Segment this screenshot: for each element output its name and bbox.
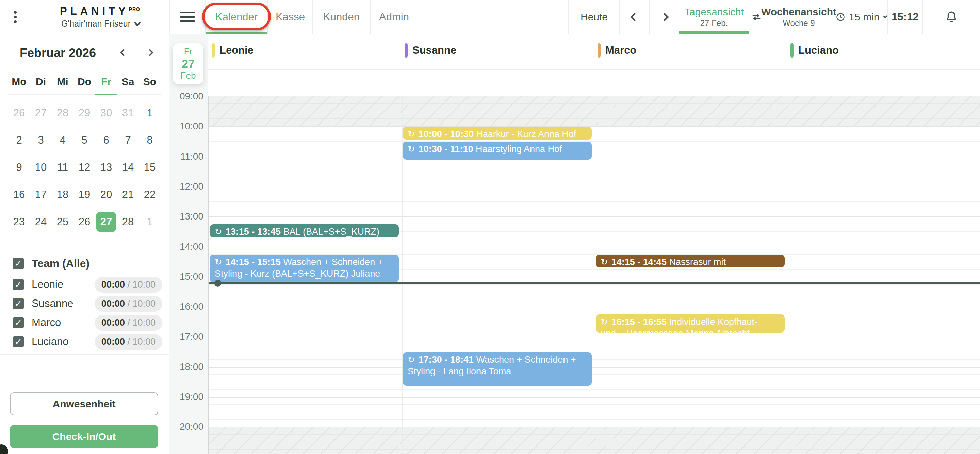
mini-calendar-next-button[interactable] xyxy=(147,50,153,56)
checkbox-checked-icon[interactable]: ✓ xyxy=(13,298,24,309)
mini-calendar-day[interactable]: 28 xyxy=(117,208,139,236)
mini-calendar-day[interactable]: 4 xyxy=(52,127,73,154)
check-in-out-button[interactable]: Check-In/Out xyxy=(10,425,158,448)
mini-calendar-day[interactable]: 21 xyxy=(117,181,139,208)
mini-calendar-week-row: 16171819202122 xyxy=(8,181,161,208)
mini-calendar-day[interactable]: 23 xyxy=(8,208,30,236)
mini-calendar-day[interactable]: 15 xyxy=(139,154,161,181)
checkbox-checked-icon[interactable]: ✓ xyxy=(13,258,24,269)
mini-calendar-day[interactable]: 2 xyxy=(8,127,30,154)
mini-calendar-day[interactable]: 11 xyxy=(52,154,73,181)
more-menu-button[interactable] xyxy=(0,0,30,34)
mini-calendar-day[interactable]: 20 xyxy=(95,181,117,208)
prev-day-button[interactable] xyxy=(619,0,649,34)
event[interactable]: ↻10:30 - 11:10 Haarstyling Anna Hof xyxy=(403,142,592,159)
mini-calendar-day[interactable]: 5 xyxy=(73,127,95,154)
team-member-row[interactable]: ✓Marco00:00 / 10:00 xyxy=(13,313,162,332)
notifications-button[interactable] xyxy=(922,0,980,34)
mini-calendar-day-number: 15 xyxy=(140,157,160,178)
mini-calendar-day[interactable]: 14 xyxy=(117,154,139,181)
tab-kasse[interactable]: Kasse xyxy=(268,0,313,34)
tab-kalender[interactable]: Kalender xyxy=(205,0,268,34)
checkbox-checked-icon[interactable]: ✓ xyxy=(13,279,24,290)
mini-calendar-day-number: 9 xyxy=(9,157,29,178)
today-button[interactable]: Heute xyxy=(568,0,619,34)
team-all-row[interactable]: ✓Team (Alle) xyxy=(13,254,162,273)
column-separator xyxy=(402,96,402,454)
event[interactable]: ↻14:15 - 15:15 Waschen + Schneiden + Sty… xyxy=(210,255,399,282)
next-day-button[interactable] xyxy=(649,0,679,34)
mini-calendar-day[interactable]: 6 xyxy=(95,127,117,154)
mini-calendar-day-number: 1 xyxy=(140,103,160,123)
hour-label: 13:00 xyxy=(169,211,204,222)
event[interactable]: ↻17:30 - 18:41 Waschen + Schneiden + Sty… xyxy=(403,352,592,386)
checkbox-checked-icon[interactable]: ✓ xyxy=(13,317,24,328)
column-separator xyxy=(788,96,788,454)
mini-calendar-title: Februar 2026 xyxy=(20,46,96,60)
mini-calendar-day[interactable]: 18 xyxy=(52,181,73,208)
team-filter-list: ✓Team (Alle)✓Leonie00:00 / 10:00✓Susanne… xyxy=(13,254,162,351)
column-header-leonie[interactable]: Leonie xyxy=(212,43,253,57)
date-badge[interactable]: Fr 27 Feb xyxy=(173,43,204,84)
mini-calendar-day[interactable]: 13 xyxy=(95,154,117,181)
tab-day-view[interactable]: Tagesansicht 27 Feb. xyxy=(679,0,749,34)
mini-calendar-day[interactable]: 16 xyxy=(8,181,30,208)
team-member-row[interactable]: ✓Susanne00:00 / 10:00 xyxy=(13,294,162,313)
day-grid[interactable]: ↻10:00 - 10:30 Haarkur - Kurz Anna Hof↻1… xyxy=(208,96,980,454)
mini-calendar-day[interactable]: 3 xyxy=(30,127,52,154)
mini-calendar-day[interactable]: 19 xyxy=(73,181,95,208)
mini-calendar-day-number: 14 xyxy=(118,157,138,178)
mini-calendar-day[interactable]: 31 xyxy=(117,99,139,127)
mini-calendar-day[interactable]: 8 xyxy=(139,127,161,154)
tab-admin[interactable]: Admin xyxy=(371,0,418,34)
mini-calendar-day[interactable]: 24 xyxy=(30,208,52,236)
mini-calendar-day[interactable]: 27 xyxy=(30,99,52,127)
hour-label: 19:00 xyxy=(169,391,204,402)
mini-calendar-day-number: 3 xyxy=(30,130,51,150)
team-member-row[interactable]: ✓Luciano00:00 / 10:00 xyxy=(13,332,162,351)
salon-selector[interactable]: G'hair'man Friseur xyxy=(61,19,139,29)
salon-name: G'hair'man Friseur xyxy=(61,19,130,29)
team-member-row[interactable]: ✓Leonie00:00 / 10:00 xyxy=(13,275,162,294)
mini-calendar-day[interactable]: 1 xyxy=(139,99,161,127)
event[interactable]: ↻13:15 - 13:45 BAL (BAL+S+S_KURZ) Julian… xyxy=(210,224,399,237)
mini-calendar-day[interactable]: 29 xyxy=(73,99,95,127)
mini-calendar-day[interactable]: 9 xyxy=(8,154,30,181)
main-tabs: KalenderKasseKundenAdmin xyxy=(205,0,418,34)
event[interactable]: ↻16:15 - 16:55 Individuelle Kopfhaut- un… xyxy=(596,314,785,333)
hamburger-menu-button[interactable] xyxy=(169,0,205,34)
mini-calendar-day[interactable]: 25 xyxy=(52,208,73,236)
mini-calendar-day[interactable]: 30 xyxy=(95,99,117,127)
mini-calendar-day[interactable]: 1 xyxy=(139,208,161,236)
mini-calendar-day[interactable]: 17 xyxy=(30,181,52,208)
attendance-button[interactable]: Anwesenheit xyxy=(10,392,158,415)
mini-calendar-day[interactable]: 22 xyxy=(139,181,161,208)
day-view-date: 27 Feb. xyxy=(700,18,728,28)
mini-calendar-day[interactable]: 12 xyxy=(73,154,95,181)
mini-calendar-day-number: 31 xyxy=(118,103,138,123)
column-header-marco[interactable]: Marco xyxy=(598,43,636,57)
tab-kunden[interactable]: Kunden xyxy=(313,0,371,34)
checkbox-checked-icon[interactable]: ✓ xyxy=(13,336,24,347)
mini-calendar-day-number: 30 xyxy=(96,103,116,123)
event[interactable]: ↻10:00 - 10:30 Haarkur - Kurz Anna Hof xyxy=(403,127,592,140)
mini-calendar-day[interactable]: 7 xyxy=(117,127,139,154)
column-header-luciano[interactable]: Luciano xyxy=(791,43,839,57)
mini-calendar-day[interactable]: 26 xyxy=(8,99,30,127)
mini-calendar-day-number: 24 xyxy=(30,212,51,232)
interval-dropdown[interactable]: 15 min xyxy=(834,0,888,34)
hour-label: 16:00 xyxy=(169,301,204,312)
tab-week-view[interactable]: Wochenansicht Woche 9 xyxy=(764,0,834,34)
mini-calendar-day[interactable]: 27 xyxy=(95,208,117,236)
weekday-Fr: Fr xyxy=(95,76,117,95)
mini-calendar-day[interactable]: 28 xyxy=(52,99,73,127)
column-header-susanne[interactable]: Susanne xyxy=(404,43,456,57)
interval-value: 15 min xyxy=(849,11,879,23)
staff-name: Leonie xyxy=(220,44,253,56)
mini-calendar-day-number: 26 xyxy=(9,103,29,123)
mini-calendar-prev-button[interactable] xyxy=(121,50,126,56)
date-badge-weekday: Fr xyxy=(184,46,192,57)
event[interactable]: ↻14:15 - 14:45 Nassrasur mit Rasiermesse… xyxy=(596,255,785,268)
mini-calendar-day[interactable]: 26 xyxy=(73,208,95,236)
mini-calendar-day[interactable]: 10 xyxy=(30,154,52,181)
